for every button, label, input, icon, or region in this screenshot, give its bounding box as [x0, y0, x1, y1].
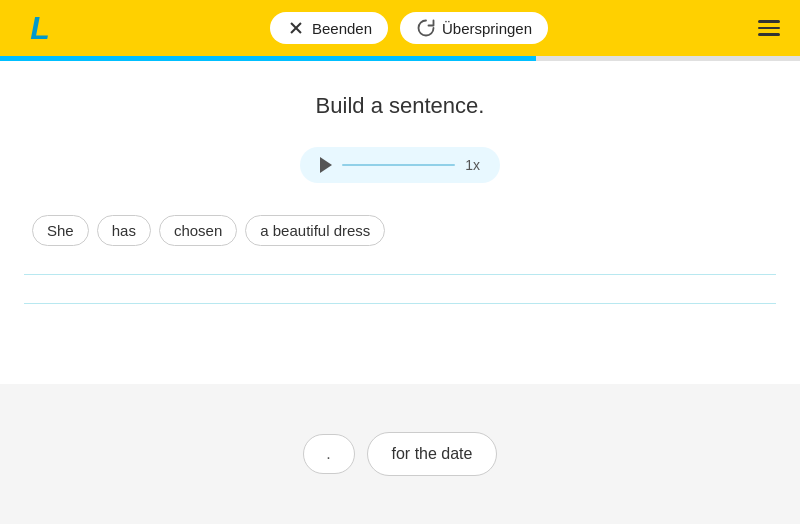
word-chip-chosen[interactable]: chosen: [159, 215, 237, 246]
beenden-button[interactable]: Beenden: [270, 12, 388, 44]
header: L Beenden Überspringen: [0, 0, 800, 56]
word-chip-dress[interactable]: a beautiful dress: [245, 215, 385, 246]
play-icon: [320, 157, 332, 173]
beenden-label: Beenden: [312, 20, 372, 37]
audio-track: [342, 164, 455, 166]
menu-line-1: [758, 20, 780, 23]
dot-chip[interactable]: .: [303, 434, 355, 474]
divider-2: [24, 303, 776, 304]
uberspringen-button[interactable]: Überspringen: [400, 12, 548, 44]
page-title: Build a sentence.: [316, 93, 485, 119]
word-chip-she[interactable]: She: [32, 215, 89, 246]
answer-area: [0, 274, 800, 304]
header-center: Beenden Überspringen: [270, 12, 548, 44]
word-chip-has[interactable]: has: [97, 215, 151, 246]
main-content: Build a sentence. 1x She has chosen a be…: [0, 61, 800, 246]
logo: L: [16, 8, 64, 48]
menu-line-2: [758, 27, 780, 30]
audio-player: 1x: [300, 147, 500, 183]
word-chips-row: She has chosen a beautiful dress: [24, 215, 385, 246]
phrase-chip[interactable]: for the date: [367, 432, 498, 476]
divider-1: [24, 274, 776, 275]
play-button[interactable]: [320, 157, 332, 173]
speed-label: 1x: [465, 157, 480, 173]
menu-button[interactable]: [754, 16, 784, 40]
bottom-section: . for the date: [0, 384, 800, 524]
logo-letter: L: [30, 12, 50, 44]
skip-icon: [416, 18, 436, 38]
uberspringen-label: Überspringen: [442, 20, 532, 37]
menu-line-3: [758, 33, 780, 36]
x-icon: [286, 18, 306, 38]
